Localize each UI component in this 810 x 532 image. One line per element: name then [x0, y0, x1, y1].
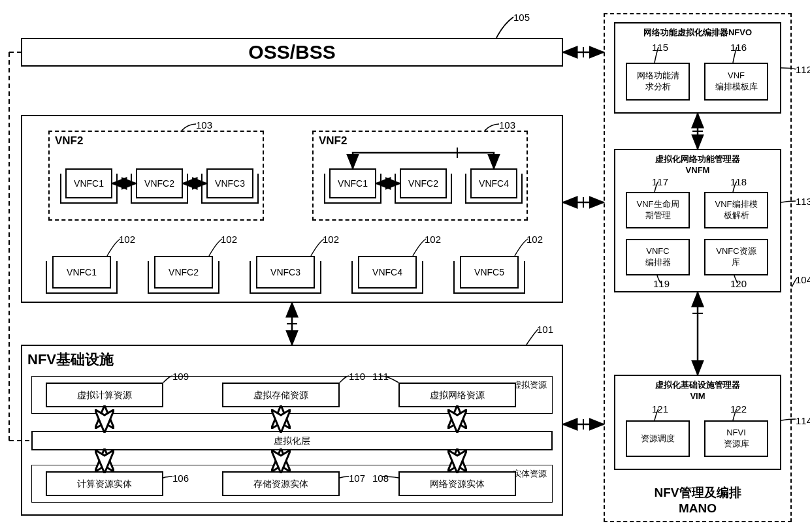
physical-res-2: 存储资源实体: [222, 471, 340, 496]
ref-118: 118: [730, 176, 747, 187]
vnfm-title: 虚拟化网络功能管理器 VNFM: [655, 154, 740, 176]
physical-res-1: 计算资源实体: [46, 471, 163, 496]
ref-120: 120: [730, 278, 747, 289]
ref-108: 108: [372, 473, 389, 484]
ref-102-3: 102: [323, 234, 339, 245]
nfvi-title: NFV基础设施: [27, 350, 114, 369]
vnf-group-1-title: VNF2: [55, 134, 83, 148]
virt-layer: 虚拟化层: [31, 431, 553, 450]
ref-112: 112: [796, 64, 810, 75]
ref-109: 109: [172, 371, 189, 382]
nfvo-title: 网络功能虚拟化编排器NFVO: [643, 27, 752, 39]
ref-116: 116: [730, 42, 747, 53]
vnfm-sub-1: VNF生命周 期管理: [626, 192, 690, 228]
vim-sub-1: 资源调度: [626, 420, 690, 457]
virtual-res-1: 虚拟计算资源: [46, 383, 163, 407]
vnfm-sub-4: VNFC资源 库: [704, 239, 768, 275]
mano-title: NFV管理及编排 MANO: [655, 484, 741, 516]
ref-119: 119: [653, 278, 670, 289]
vnfc-g1-2-tray: [131, 174, 188, 204]
ref-121: 121: [652, 403, 668, 415]
vim-sub-2: NFVI 资源库: [704, 420, 768, 457]
virtual-resources-label: 虚拟资源: [513, 379, 547, 391]
ref-102-2: 102: [221, 234, 237, 245]
vnf-group-2-title: VNF2: [319, 134, 347, 148]
ref-110: 110: [349, 371, 365, 382]
ref-122: 122: [730, 403, 747, 415]
vnfc-row-4-tray: [351, 261, 423, 294]
ref-107: 107: [349, 473, 365, 484]
ref-102-4: 102: [425, 234, 441, 245]
vnfc-g2-1-tray: [324, 174, 381, 204]
ref-101: 101: [537, 324, 553, 335]
ref-117: 117: [652, 176, 668, 187]
oss-bss-title: OSS/BSS: [248, 41, 335, 63]
nfvo-sub-1: 网络功能清 求分析: [626, 63, 690, 101]
ref-103-2: 103: [499, 119, 515, 131]
oss-bss-block: OSS/BSS: [21, 38, 563, 67]
virtual-res-3: 虚拟网络资源: [398, 383, 516, 407]
vnfm-sub-3: VNFC 编排器: [626, 239, 690, 275]
ref-114: 114: [796, 415, 810, 426]
virtual-res-2: 虚拟存储资源: [222, 383, 340, 407]
vnfc-g1-3-tray: [201, 174, 259, 204]
physical-res-3: 网络资源实体: [398, 471, 516, 496]
vnfm-sub-2: VNF编排模 板解析: [704, 192, 768, 228]
ref-104: 104: [796, 274, 810, 285]
vnfc-g2-2-tray: [395, 174, 452, 204]
ref-115: 115: [652, 42, 668, 53]
ref-103-1: 103: [196, 119, 212, 131]
vnfc-row-5-tray: [453, 261, 525, 294]
ref-105: 105: [513, 12, 530, 23]
ref-106: 106: [172, 473, 189, 484]
vnfc-g2-3-tray: [465, 174, 523, 204]
vnfc-g1-1-tray: [60, 174, 118, 204]
vim-title: 虚拟化基础设施管理器 VIM: [655, 380, 740, 402]
ref-102-5: 102: [526, 234, 543, 245]
ref-102-1: 102: [119, 234, 135, 245]
vnfc-row-2-tray: [148, 261, 219, 294]
ref-111: 111: [372, 371, 389, 382]
vnfc-row-1-tray: [46, 261, 118, 294]
ref-113: 113: [796, 196, 810, 207]
vnfc-row-3-tray: [250, 261, 321, 294]
physical-resources-label: 实体资源: [513, 468, 547, 480]
nfvo-sub-2: VNF 编排模板库: [704, 63, 768, 101]
